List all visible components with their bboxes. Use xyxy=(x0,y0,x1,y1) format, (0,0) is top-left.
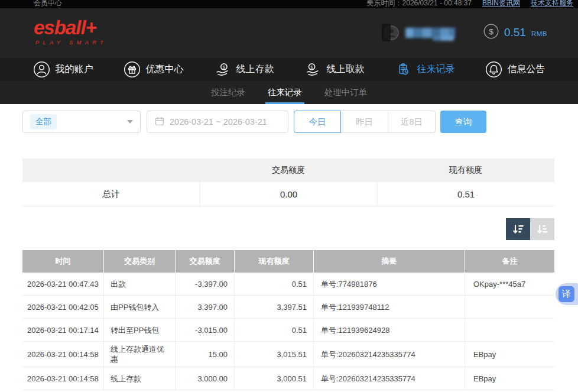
nav-label: 往来记录 xyxy=(417,63,455,76)
summary-header-balance: 现有额度 xyxy=(377,158,554,182)
summary-header-empty xyxy=(22,158,200,182)
server-time: 美东时间：2026/03/21 - 00:48:37 xyxy=(367,0,472,8)
cell-summary: 单号:121939624928 xyxy=(314,319,465,341)
today-button[interactable]: 今日 xyxy=(294,111,341,133)
translate-icon: 译 xyxy=(558,286,574,302)
logo-tagline: PLAY SMART xyxy=(34,40,107,46)
col-header-type: 交易类别 xyxy=(104,250,176,273)
sort-descending-button[interactable] xyxy=(506,218,530,240)
col-header-note: 备注 xyxy=(465,250,554,273)
top-bar: 会员中心 美东时间：2026/03/21 - 00:48:37 BBIN资讯网 … xyxy=(0,0,578,8)
site-header: esball+ PLAY SMART $ 0. xyxy=(0,8,578,57)
date-range-input[interactable]: 2026-03-21 ~ 2026-03-21 xyxy=(147,111,288,133)
sort-ascending-icon xyxy=(536,223,549,236)
user-icon xyxy=(33,61,50,78)
search-button[interactable]: 查询 xyxy=(440,111,486,133)
cell-note xyxy=(465,319,554,341)
username-redacted[interactable] xyxy=(405,28,455,38)
nav-label: 线上存款 xyxy=(236,63,274,76)
cell-note: OKpay-***45a7 xyxy=(465,273,554,295)
cell-summary: 单号:202603214235335774 xyxy=(314,342,465,367)
nav-item-deposit[interactable]: $ 线上存款 xyxy=(214,61,274,78)
date-range-value: 2026-03-21 ~ 2026-03-21 xyxy=(170,117,267,127)
deposit-hand-coin-icon: $ xyxy=(214,61,231,78)
balance-currency: RMB xyxy=(531,28,547,37)
cell-amount: -3,015.00 xyxy=(176,319,235,341)
nav-item-withdraw[interactable]: $ 线上取款 xyxy=(304,61,365,78)
dollar-icon: $ xyxy=(483,24,499,41)
records-clipboard-clock-icon xyxy=(395,61,412,78)
balance-amount: 0.51 xyxy=(504,26,526,39)
translate-button[interactable]: 译 xyxy=(556,283,578,305)
logo[interactable]: esball+ PLAY SMART xyxy=(34,18,107,46)
summary-current-balance: 0.51 xyxy=(377,182,554,206)
nav-item-transaction-records[interactable]: 往来记录 xyxy=(395,61,455,78)
nav-item-promotions[interactable]: 优惠中心 xyxy=(124,61,184,78)
main-nav: 我的账户 优惠中心 $ xyxy=(0,57,578,81)
cell-amount: -3,397.00 xyxy=(176,273,235,295)
cell-amount: 15.00 xyxy=(176,342,235,367)
filter-bar: 全部 2026-03-21 ~ 2026-03-21 今日 昨日 近8日 查询 xyxy=(22,111,554,133)
cell-balance: 3,015.51 xyxy=(235,342,314,367)
cell-balance: 0.51 xyxy=(235,273,314,295)
tab-transaction-records[interactable]: 往来记录 xyxy=(267,81,303,104)
bell-icon xyxy=(485,61,502,78)
nav-item-my-account[interactable]: 我的账户 xyxy=(33,61,93,78)
table-row: 2026-03-21 00:17:14 转出至PP钱包 -3,015.00 0.… xyxy=(22,319,554,342)
logo-text: esball+ xyxy=(34,18,107,38)
sort-descending-icon xyxy=(512,223,525,236)
nav-label: 线上取款 xyxy=(327,63,365,76)
cell-amount: 3,000.00 xyxy=(176,367,235,390)
nav-item-announcements[interactable]: 信息公告 xyxy=(485,61,545,78)
chevron-down-icon xyxy=(127,120,133,124)
tab-pending-orders[interactable]: 处理中订单 xyxy=(323,81,369,104)
member-center-link[interactable]: 会员中心 xyxy=(34,0,62,8)
col-header-amount: 交易额度 xyxy=(176,250,235,273)
last-8-days-button[interactable]: 近8日 xyxy=(388,111,436,133)
sort-ascending-button[interactable] xyxy=(530,218,554,240)
yesterday-button[interactable]: 昨日 xyxy=(341,111,388,133)
avatar[interactable] xyxy=(384,25,400,41)
cell-type: 转出至PP钱包 xyxy=(104,319,176,341)
cell-time: 2026-03-21 00:17:14 xyxy=(22,319,104,341)
transactions-table: 时间 交易类别 交易额度 现有额度 摘要 备注 2026-03-21 00:47… xyxy=(22,250,554,390)
withdraw-hand-coin-icon: $ xyxy=(304,61,322,78)
cell-time: 2026-03-21 00:47:43 xyxy=(22,273,104,295)
summary-table: 交易额度 现有额度 总计 0.00 0.51 xyxy=(22,158,554,206)
cell-type: 线上存款 xyxy=(104,367,176,390)
cell-type: 线上存款通道优惠 xyxy=(104,342,176,367)
quick-date-group: 今日 昨日 近8日 xyxy=(294,111,436,133)
table-row: 2026-03-21 00:47:43 出款 -3,397.00 0.51 单号… xyxy=(22,273,554,296)
cell-summary: 单号:121939748112 xyxy=(314,296,465,318)
col-header-summary: 摘要 xyxy=(314,250,465,273)
cell-note xyxy=(465,296,554,318)
cell-balance: 0.51 xyxy=(235,319,314,341)
cell-note: EBpay xyxy=(465,342,554,367)
gift-icon xyxy=(124,61,141,78)
cell-summary: 单号:774981876 xyxy=(314,273,465,295)
summary-header-row: 交易额度 现有额度 xyxy=(22,158,554,182)
tab-betting-records[interactable]: 投注纪录 xyxy=(210,81,246,104)
calendar-icon xyxy=(155,116,164,128)
nav-label: 信息公告 xyxy=(508,63,545,76)
cell-type: 由PP钱包转入 xyxy=(104,296,176,318)
col-header-balance: 现有额度 xyxy=(235,250,314,273)
category-select[interactable]: 全部 xyxy=(22,111,141,133)
table-row: 2026-03-21 00:14:58 线上存款通道优惠 15.00 3,015… xyxy=(22,342,554,367)
balance[interactable]: $ 0.51 RMB xyxy=(483,24,547,41)
sort-toolbar xyxy=(506,218,554,240)
svg-text:$: $ xyxy=(489,27,493,36)
col-header-time: 时间 xyxy=(22,250,104,273)
sub-nav: 投注纪录 往来记录 处理中订单 xyxy=(0,81,578,104)
cell-type: 出款 xyxy=(104,273,176,295)
summary-total-row: 总计 0.00 0.51 xyxy=(22,182,554,206)
avatar-blur-overlay xyxy=(382,24,391,41)
tech-support-link[interactable]: 技术支持服务 xyxy=(531,0,573,8)
cell-time: 2026-03-21 00:14:58 xyxy=(22,367,104,390)
cell-balance: 3,000.51 xyxy=(235,367,314,390)
nav-label: 优惠中心 xyxy=(146,63,184,76)
table-row: 2026-03-21 00:42:05 由PP钱包转入 3,397.00 3,3… xyxy=(22,296,554,319)
cell-time: 2026-03-21 00:42:05 xyxy=(22,296,104,318)
bbin-news-link[interactable]: BBIN资讯网 xyxy=(482,0,520,8)
summary-transaction-total: 0.00 xyxy=(200,182,377,206)
